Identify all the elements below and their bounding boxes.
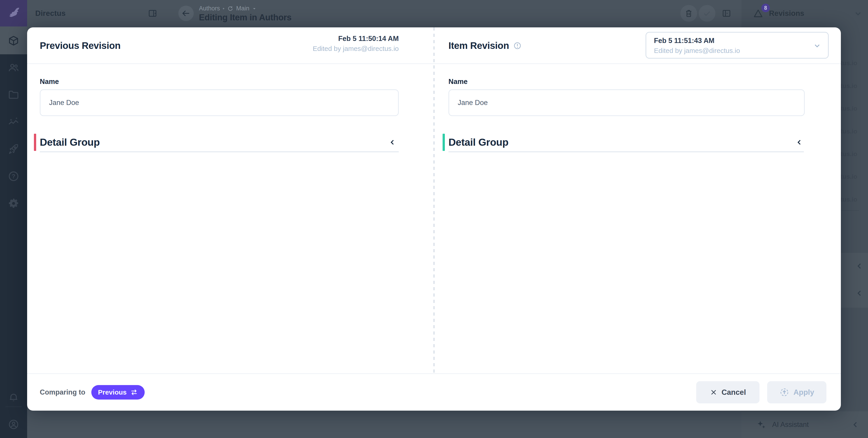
name-input[interactable]: Jane Doe <box>448 89 805 116</box>
info-icon <box>513 41 522 50</box>
added-group-accent <box>442 134 445 151</box>
sidebar-divider <box>5 407 22 407</box>
account-icon <box>8 418 20 430</box>
account-button[interactable] <box>0 411 27 438</box>
bell-icon <box>8 391 19 403</box>
gear-icon <box>7 197 20 209</box>
revisions-drawer-title[interactable]: Revisions <box>769 0 804 27</box>
module-sidebar: ? <box>0 0 27 438</box>
name-field-label: Name <box>448 78 467 86</box>
comparing-to-label: Comparing to <box>40 388 86 397</box>
module-insights[interactable] <box>0 108 27 136</box>
group-divider <box>448 151 804 152</box>
name-input[interactable]: Jane Doe <box>40 89 399 116</box>
save-item-button[interactable] <box>699 5 715 22</box>
rabbit-logo-icon <box>6 6 21 21</box>
revision-list-item[interactable]: tus.io <box>840 82 868 90</box>
sparkle-icon <box>756 420 766 430</box>
top-bar: Directus Authors • Main Editing Item in … <box>27 0 741 27</box>
help-icon: ? <box>7 170 20 182</box>
open-right-drawer-button[interactable] <box>721 8 732 18</box>
folder-icon <box>7 89 20 101</box>
chevron-left-icon[interactable] <box>388 138 397 147</box>
caret-down-icon <box>252 6 256 11</box>
back-button[interactable] <box>178 6 194 21</box>
panel-dashed-divider <box>434 27 434 373</box>
swap-icon <box>130 388 138 396</box>
item-revision-title: Item Revision <box>448 27 522 64</box>
revision-list-item[interactable]: tus.io <box>840 128 868 135</box>
page-title: Editing Item in Authors <box>199 13 291 22</box>
breadcrumb-version[interactable]: Main <box>236 5 250 12</box>
apply-revision-icon <box>779 387 789 397</box>
selected-revision-timestamp: Feb 5 11:51:43 AM <box>654 36 715 46</box>
chevron-down-icon[interactable] <box>853 8 863 19</box>
apply-button[interactable]: Apply <box>767 381 827 403</box>
insights-icon <box>7 116 20 128</box>
chevron-left-icon[interactable] <box>855 261 864 271</box>
revision-list-item[interactable]: tus.io <box>840 173 868 180</box>
revision-list-item[interactable]: tus.io <box>840 150 868 158</box>
previous-revision-meta: Feb 5 11:50:14 AM Edited by james@direct… <box>313 34 399 54</box>
deleted-group-accent <box>34 134 36 151</box>
project-name: Directus <box>35 0 66 27</box>
selected-revision-editor: Edited by james@directus.io <box>654 46 740 56</box>
revision-list-item[interactable]: tus.io <box>840 196 868 203</box>
rocket-icon <box>7 143 20 155</box>
module-guides[interactable] <box>0 136 27 163</box>
breadcrumb-collection[interactable]: Authors <box>199 5 220 12</box>
arrow-back-icon <box>181 8 191 18</box>
module-files[interactable] <box>0 81 27 108</box>
chevron-left-icon[interactable] <box>795 138 804 147</box>
module-settings[interactable] <box>0 190 27 217</box>
compare-target-pill[interactable]: Previous <box>91 385 145 400</box>
breadcrumb-separator: • <box>223 6 224 11</box>
version-icon <box>227 5 234 12</box>
sidebar-collapse-icon <box>148 8 158 18</box>
modal-footer: Comparing to Previous Cancel Apply <box>27 373 841 411</box>
check-icon <box>702 8 712 18</box>
previous-revision-editor: Edited by james@directus.io <box>313 43 399 54</box>
ai-assistant-bar[interactable]: AI Assistant <box>741 411 868 438</box>
breadcrumb[interactable]: Authors • Main <box>199 5 256 12</box>
revision-list-item[interactable]: tus.io <box>840 59 868 67</box>
ai-assistant-label: AI Assistant <box>772 420 809 429</box>
name-field-label: Name <box>40 78 59 86</box>
previous-revision-title: Previous Revision <box>40 27 121 64</box>
users-icon <box>7 62 20 74</box>
chevron-left-icon[interactable] <box>850 420 860 430</box>
sidebar-expand-icon <box>721 8 732 18</box>
detail-group-heading: Detail Group <box>448 134 508 150</box>
chevron-left-icon[interactable] <box>855 288 864 298</box>
revision-select-dropdown[interactable]: Feb 5 11:51:43 AM Edited by james@direct… <box>646 32 829 59</box>
directus-logo[interactable] <box>0 0 27 27</box>
module-help[interactable]: ? <box>0 163 27 190</box>
trash-icon <box>684 9 693 18</box>
revisions-count-badge: 8 <box>761 4 770 12</box>
delete-item-button[interactable] <box>680 5 697 22</box>
cancel-button[interactable]: Cancel <box>696 381 760 403</box>
revision-compare-modal: Previous Revision Feb 5 11:50:14 AM Edit… <box>27 27 841 411</box>
previous-revision-timestamp: Feb 5 11:50:14 AM <box>313 34 399 43</box>
group-divider <box>40 151 399 152</box>
detail-group-heading: Detail Group <box>40 134 100 150</box>
chevron-down-icon <box>813 41 822 50</box>
box-icon <box>7 35 20 47</box>
svg-text:?: ? <box>12 173 16 179</box>
module-users[interactable] <box>0 54 27 81</box>
collapse-nav-button[interactable] <box>148 8 158 18</box>
revision-list-item[interactable]: tus.io <box>840 105 868 112</box>
close-icon <box>710 388 717 396</box>
module-content[interactable] <box>0 27 27 54</box>
